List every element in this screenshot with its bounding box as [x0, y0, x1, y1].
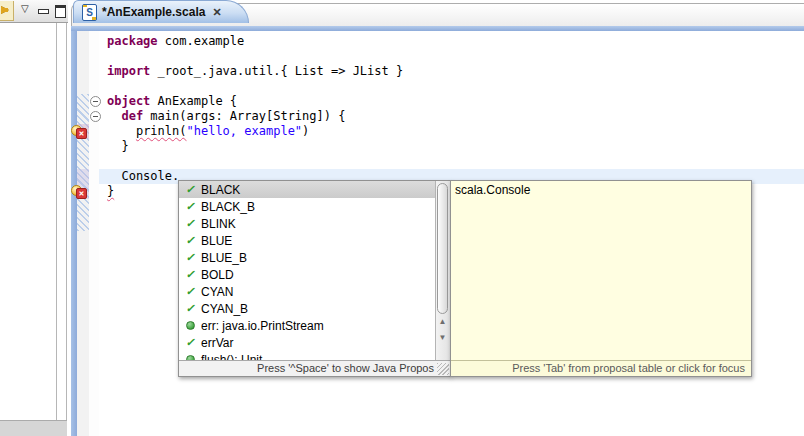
- val-icon: ✓: [184, 251, 196, 264]
- proposal-label: BLACK: [201, 183, 240, 197]
- method-icon: [186, 321, 195, 330]
- scrollbar-thumb[interactable]: [437, 183, 448, 314]
- doc-status-text: Press 'Tab' from proposal table or click…: [451, 360, 751, 376]
- code-line[interactable]: def main(args: Array[String]) {: [99, 109, 804, 124]
- view-menu-icon[interactable]: ▽: [21, 3, 29, 14]
- proposal-item[interactable]: ✓BLUE_B: [179, 249, 450, 266]
- left-view-toolbar: ▽: [0, 0, 68, 23]
- error-quickfix-icon[interactable]: ✕: [71, 125, 87, 139]
- eclipse-workbench: ▽ S *AnExample.scala ✕ package com.examp…: [0, 0, 804, 436]
- proposal-item[interactable]: ✓BLACK_B: [179, 198, 450, 215]
- editor-tab-anexample[interactable]: S *AnExample.scala ✕: [73, 0, 249, 23]
- proposal-item[interactable]: ✓BLINK: [179, 215, 450, 232]
- left-view-panel: ▽: [0, 0, 69, 436]
- doc-title: scala.Console: [455, 183, 530, 197]
- completion-popup: ✓BLACK✓BLACK_B✓BLINK✓BLUE✓BLUE_B✓BOLD✓CY…: [178, 180, 451, 377]
- val-icon: ✓: [184, 234, 196, 247]
- proposal-label: errVar: [201, 336, 233, 350]
- error-x-icon: ✕: [76, 188, 87, 199]
- code-line[interactable]: }: [99, 139, 804, 154]
- minimize-view-icon[interactable]: [38, 9, 49, 14]
- panel-scrollbar-track[interactable]: [56, 23, 67, 436]
- val-icon: ✓: [184, 268, 196, 281]
- proposal-label: CYAN: [201, 285, 233, 299]
- tab-close-icon[interactable]: ✕: [212, 6, 221, 19]
- proposal-label: BLINK: [201, 217, 236, 231]
- proposal-item[interactable]: ✓BLACK: [179, 181, 450, 198]
- code-line[interactable]: prinln("hello, example"): [99, 124, 804, 139]
- proposal-scrollbar[interactable]: ▲ ▼: [435, 181, 450, 361]
- val-icon: ✓: [184, 302, 196, 315]
- proposal-label: CYAN_B: [201, 302, 248, 316]
- link-with-editor-button[interactable]: [0, 1, 14, 21]
- doc-popup[interactable]: scala.Console Press 'Tab' from proposal …: [450, 180, 752, 377]
- error-quickfix-icon[interactable]: ✕: [71, 185, 87, 199]
- tab-title: *AnExample.scala: [102, 5, 205, 19]
- val-icon: ✓: [184, 217, 196, 230]
- proposal-item[interactable]: ✓CYAN_B: [179, 300, 450, 317]
- panel-footer-bar: [0, 420, 67, 436]
- maximize-view-icon[interactable]: [55, 5, 66, 18]
- resize-grip-icon[interactable]: [437, 363, 449, 375]
- code-line[interactable]: import _root_.java.util.{ List => JList …: [99, 64, 804, 79]
- code-line[interactable]: object AnExample {: [99, 94, 804, 109]
- proposal-label: BLACK_B: [201, 200, 255, 214]
- code-line[interactable]: package com.example: [99, 34, 804, 49]
- code-line[interactable]: [99, 79, 804, 94]
- proposal-item[interactable]: ✓errVar: [179, 334, 450, 351]
- gold-arrow-icon: [1, 6, 9, 14]
- val-icon: ✓: [184, 200, 196, 213]
- folding-column: [89, 31, 99, 436]
- proposal-list[interactable]: ✓BLACK✓BLACK_B✓BLINK✓BLUE✓BLUE_B✓BOLD✓CY…: [179, 181, 450, 361]
- proposal-status-text: Press '^Space' to show Java Propos: [179, 360, 450, 376]
- proposal-item[interactable]: err: java.io.PrintStream: [179, 317, 450, 334]
- code-lines[interactable]: package com.exampleimport _root_.java.ut…: [99, 34, 804, 199]
- scroll-up-icon[interactable]: ▲: [436, 315, 449, 329]
- proposal-item[interactable]: ✓BOLD: [179, 266, 450, 283]
- code-line[interactable]: [99, 49, 804, 64]
- code-line[interactable]: [99, 154, 804, 169]
- scala-file-icon: S: [82, 4, 97, 21]
- proposal-label: BLUE: [201, 234, 232, 248]
- scroll-down-icon[interactable]: ▼: [436, 331, 449, 345]
- range-indicator: [77, 94, 89, 231]
- val-icon: ✓: [184, 285, 196, 298]
- proposal-label: BOLD: [201, 268, 234, 282]
- error-x-icon: ✕: [76, 128, 87, 139]
- val-icon: ✓: [184, 183, 196, 196]
- val-icon: ✓: [184, 336, 196, 349]
- proposal-item[interactable]: ✓BLUE: [179, 232, 450, 249]
- proposal-label: err: java.io.PrintStream: [201, 319, 324, 333]
- proposal-item[interactable]: ✓CYAN: [179, 283, 450, 300]
- proposal-label: BLUE_B: [201, 251, 247, 265]
